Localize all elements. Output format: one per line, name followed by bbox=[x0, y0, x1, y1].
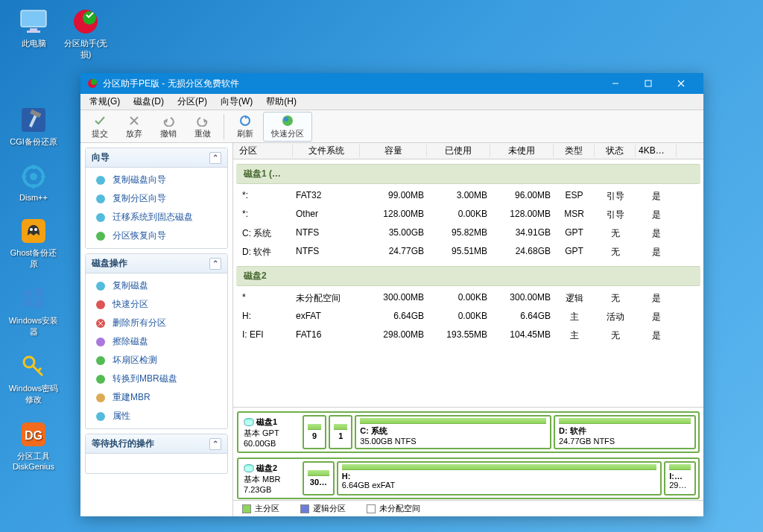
close-button[interactable] bbox=[665, 73, 697, 94]
partition-block[interactable]: 30… bbox=[303, 461, 335, 495]
disk-group-header[interactable]: 磁盘1 (… bbox=[236, 164, 700, 184]
disk-map-row[interactable]: 磁盘1基本 GPT60.00GB91C: 系统35.00GB NTFSD: 软件… bbox=[237, 411, 700, 453]
menu-wizard[interactable]: 向导(W) bbox=[215, 94, 259, 110]
svg-rect-1 bbox=[30, 28, 37, 31]
toolbar-redo[interactable]: 重做 bbox=[186, 112, 219, 142]
table-row[interactable]: D: 软件NTFS24.77GB95.51MB24.68GBGPT无是 bbox=[233, 243, 703, 262]
table-cell: 99.00MB bbox=[360, 190, 427, 203]
panel-header-diskops[interactable]: 磁盘操作 ⌃ bbox=[86, 254, 227, 273]
table-row[interactable]: C: 系统NTFS35.00GB95.82MB34.91GBGPT无是 bbox=[233, 224, 703, 243]
desktop-icon-ghost[interactable]: Ghost备份还原 bbox=[7, 217, 60, 270]
table-cell: GPT bbox=[554, 227, 595, 240]
svg-point-50 bbox=[96, 412, 105, 421]
wizard-copy-partition[interactable]: 复制分区向导 bbox=[87, 189, 226, 208]
table-cell: 是 bbox=[636, 190, 677, 203]
panel-header-wizard[interactable]: 向导 ⌃ bbox=[86, 148, 227, 168]
desktop-icon-winpass[interactable]: Windows密码修改 bbox=[7, 352, 60, 405]
op-surface-test[interactable]: 坏扇区检测 bbox=[87, 351, 226, 370]
table-cell: NTFS bbox=[293, 246, 360, 259]
svg-point-46 bbox=[96, 338, 105, 346]
table-cell: 主 bbox=[554, 311, 595, 323]
disk-map-row[interactable]: 磁盘2基本 MBR7.23GB30…H:6.64GB exFATI:…29… bbox=[237, 457, 700, 499]
svg-point-47 bbox=[96, 356, 105, 365]
collapse-icon[interactable]: ⌃ bbox=[209, 438, 221, 450]
table-cell: 193.55MB bbox=[427, 329, 490, 342]
partition-block[interactable]: 1 bbox=[329, 415, 352, 449]
menu-general[interactable]: 常规(G) bbox=[83, 94, 126, 110]
check-icon bbox=[93, 114, 107, 127]
table-row[interactable]: *:FAT3299.00MB3.00MB96.00MBESP引导是 bbox=[233, 187, 703, 206]
grid-body[interactable]: 磁盘1 (…*:FAT3299.00MB3.00MB96.00MBESP引导是*… bbox=[233, 159, 703, 407]
menu-partition[interactable]: 分区(P) bbox=[171, 94, 213, 110]
op-wipe[interactable]: 擦除磁盘 bbox=[87, 332, 226, 351]
col-free[interactable]: 未使用 bbox=[490, 145, 554, 157]
partition-block[interactable]: 9 bbox=[303, 415, 326, 449]
desktop-icon-cgi[interactable]: CGI备份还原 bbox=[7, 106, 60, 148]
op-copy-disk[interactable]: 复制磁盘 bbox=[87, 276, 226, 295]
menu-disk[interactable]: 磁盘(D) bbox=[127, 94, 170, 110]
desktop-icons: 此电脑 分区助手(无损) CGI备份还原 Dism++ Ghost备份还原 Wi… bbox=[7, 7, 60, 471]
col-fs[interactable]: 文件系统 bbox=[293, 145, 360, 157]
col-used[interactable]: 已使用 bbox=[427, 145, 490, 157]
disk-info: 磁盘2基本 MBR7.23GB bbox=[241, 461, 300, 495]
window-title: 分区助手PE版 - 无损分区免费软件 bbox=[103, 77, 239, 90]
wizard-copy-disk[interactable]: 复制磁盘向导 bbox=[87, 171, 226, 189]
minimize-button[interactable] bbox=[599, 73, 632, 94]
table-cell: 是 bbox=[636, 246, 677, 259]
maximize-button[interactable] bbox=[632, 73, 665, 94]
toolbar-quick-partition[interactable]: 快速分区 bbox=[263, 112, 312, 142]
desktop-icon-partition[interactable]: 分区助手(无损) bbox=[60, 7, 112, 60]
desktop-icon-wininstall[interactable]: Windows安装器 bbox=[7, 285, 60, 338]
table-cell: H: bbox=[233, 311, 293, 323]
toolbar-separator bbox=[224, 114, 224, 139]
col-status[interactable]: 状态 bbox=[595, 145, 636, 157]
wizard-migrate-ssd[interactable]: 迁移系统到固态磁盘 bbox=[87, 208, 226, 227]
svg-point-37 bbox=[96, 176, 105, 185]
desktop-icon-this-pc[interactable]: 此电脑 bbox=[7, 7, 60, 49]
panel-wizard: 向导 ⌃ 复制磁盘向导 复制分区向导 迁移系统到固态磁盘 分区恢复向导 bbox=[85, 148, 228, 249]
refresh-icon bbox=[238, 114, 252, 127]
toolbar-refresh[interactable]: 刷新 bbox=[229, 112, 262, 142]
desktop-icon-diskgenius[interactable]: DG 分区工具DiskGenius bbox=[7, 420, 60, 471]
toolbar-commit[interactable]: 提交 bbox=[83, 112, 116, 142]
col-partition[interactable]: 分区 bbox=[233, 145, 293, 157]
table-row[interactable]: H:exFAT6.64GB0.00KB6.64GB主活动是 bbox=[233, 308, 703, 326]
monitor-icon bbox=[19, 7, 48, 36]
col-type[interactable]: 类型 bbox=[554, 145, 595, 157]
svg-rect-19 bbox=[23, 299, 32, 306]
table-row[interactable]: *未分配空间300.00MB0.00KB300.00MB逻辑无是 bbox=[233, 289, 703, 308]
menu-help[interactable]: 帮助(H) bbox=[260, 94, 303, 110]
op-quick-partition[interactable]: 快速分区 bbox=[87, 295, 226, 314]
col-capacity[interactable]: 容量 bbox=[360, 145, 427, 157]
table-cell: 无 bbox=[595, 292, 636, 305]
op-properties[interactable]: 属性 bbox=[87, 407, 226, 425]
table-cell: 是 bbox=[636, 209, 677, 221]
partition-block[interactable]: D: 软件24.77GB NTFS bbox=[554, 415, 696, 449]
partition-block[interactable]: C: 系统35.00GB NTFS bbox=[355, 415, 551, 449]
collapse-icon[interactable]: ⌃ bbox=[209, 152, 221, 164]
table-cell: 是 bbox=[636, 311, 677, 323]
table-cell: 0.00KB bbox=[427, 209, 490, 221]
svg-point-40 bbox=[96, 232, 105, 241]
partition-block[interactable]: H:6.64GB exFAT bbox=[337, 461, 662, 495]
table-row[interactable]: I: EFIFAT16298.00MB193.55MB104.45MB主无是 bbox=[233, 326, 703, 345]
panel-header-pending[interactable]: 等待执行的操作 ⌃ bbox=[86, 434, 227, 454]
desktop-icon-dism[interactable]: Dism++ bbox=[7, 162, 60, 202]
convert-icon bbox=[95, 373, 107, 385]
collapse-icon[interactable]: ⌃ bbox=[209, 258, 221, 270]
table-cell: 35.00GB bbox=[360, 227, 427, 240]
op-convert-mbr[interactable]: 转换到MBR磁盘 bbox=[87, 370, 226, 388]
disk-group-header[interactable]: 磁盘2 bbox=[236, 266, 700, 286]
table-cell: 是 bbox=[636, 329, 677, 342]
titlebar[interactable]: 分区助手PE版 - 无损分区免费软件 bbox=[80, 73, 703, 94]
partition-block[interactable]: I:…29… bbox=[664, 461, 696, 495]
wizard-recover[interactable]: 分区恢复向导 bbox=[87, 227, 226, 245]
toolbar-undo[interactable]: 撤销 bbox=[152, 112, 185, 142]
table-row[interactable]: *:Other128.00MB0.00KB128.00MBMSR引导是 bbox=[233, 206, 703, 224]
disk-map: 磁盘1基本 GPT60.00GB91C: 系统35.00GB NTFSD: 软件… bbox=[233, 407, 703, 500]
op-delete-all[interactable]: 删除所有分区 bbox=[87, 314, 226, 332]
svg-point-41 bbox=[96, 282, 105, 291]
op-rebuild-mbr[interactable]: 重建MBR bbox=[87, 388, 226, 407]
toolbar-discard[interactable]: 放弃 bbox=[118, 112, 151, 142]
col-4kb[interactable]: 4KB对齐 bbox=[636, 145, 677, 157]
